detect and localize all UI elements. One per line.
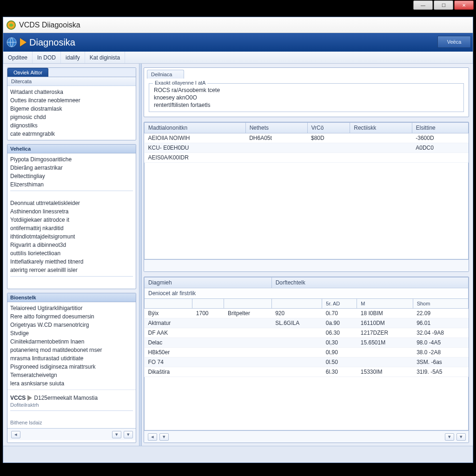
lower-status-left[interactable]: ◂ [148, 433, 157, 441]
detail-legend: Exaokt ollayenne I atA [153, 80, 207, 86]
list-item[interactable]: Outtes ilncrate neoblemneer [10, 96, 133, 105]
block-panel-list: Telaioreed UgtirarklihigartitiorRere ait… [7, 302, 136, 390]
window-minimize-button[interactable]: — [413, 0, 433, 10]
left-status-dropdown[interactable]: ▾ [112, 431, 121, 438]
list-item[interactable]: Origetryas W.CD marsenotrlcirg [10, 321, 133, 329]
list-item[interactable]: Piypota Dimgosoaritliche [10, 155, 133, 164]
window-title: VCDS Diiagooiska [19, 21, 80, 29]
column-header[interactable] [145, 298, 192, 308]
list-item[interactable]: Deonnuat uttrretaletiskleider [10, 199, 133, 207]
detail-tab[interactable]: Deilniaca [147, 70, 184, 79]
detail-line-0: ROCS ra/Arsoobemk tcete [154, 86, 459, 94]
list-item[interactable]: Elizersthiman [10, 180, 133, 189]
list-item[interactable]: ontifermattirj nkarditid [10, 224, 133, 232]
table-row[interactable]: AEIOIlA NOIWIHDH6A05t$80D-3600D [145, 133, 469, 143]
list-item[interactable]: lera asnksiarse suiuta [10, 379, 133, 388]
lower-grid-header-left: Diagmieh [145, 277, 272, 288]
upper-grid[interactable]: MadtialononitknNethetsVrCöRectiiskkElsit… [144, 122, 469, 163]
list-item[interactable]: Inttefiatkarely mietthed titnerd [10, 258, 133, 266]
lower-status-dropdown-l[interactable]: ▾ [159, 433, 169, 441]
table-row[interactable]: AktrnaturSL.6GILA0a.9016110DM96.01 [145, 318, 469, 328]
play-small-icon [27, 395, 32, 401]
ribbon-right-button[interactable]: Veëca [437, 36, 471, 48]
detail-line-1: knoesey aknO0O [154, 94, 459, 101]
detail-line-2: rentertIftilisten fortaetls [154, 101, 459, 109]
list-item[interactable]: Telaioreed Ugtirarklihigartitior [10, 304, 133, 312]
lower-status-dropdown-r2[interactable]: ▾ [456, 433, 466, 441]
brand-line: VCCS VCCS D125ermeekalt Mamostia D125erm… [10, 392, 133, 401]
list-item[interactable]: Ciniitekdarmentobetinm Inaen [10, 337, 133, 346]
list-item[interactable]: potanerierq mod matitdeobonet rnser [10, 346, 133, 354]
table-row[interactable]: HBk50er0l,9038.0 -2A8 [145, 347, 469, 357]
column-header[interactable] [224, 298, 271, 308]
left-status-left-chevron[interactable]: ◂ [11, 431, 20, 438]
table-row[interactable]: Dikaštira6l.3015330IM31I9. -5A5 [145, 367, 469, 377]
column-header[interactable]: Rectiiskk [350, 123, 412, 133]
table-row[interactable]: KCU- E0EH0DUA0DC0 [145, 143, 469, 153]
list-item[interactable]: Stvdige [10, 329, 133, 337]
brand-sub1: Dofiteilraktrh [10, 401, 133, 409]
table-row[interactable]: FO 740l.503SM. -6as [145, 357, 469, 367]
list-item[interactable]: Yotdiigiekaer atitrodce it [10, 216, 133, 224]
list-item[interactable]: Temseratcheivetgn [10, 371, 133, 379]
list-item[interactable]: Rigvarlrt a dibinneot3d [10, 241, 133, 249]
table-row[interactable]: DF AAK06.301217DZER32.04 -9A8 [145, 328, 469, 337]
window-maximize-button[interactable]: ☐ [434, 0, 453, 10]
ribbon-header: Diagnosika Veëca [3, 33, 473, 52]
column-header[interactable]: Shom [413, 298, 468, 308]
vehicle-panel-header: Vehelica [7, 145, 136, 153]
brand-sub2: Bithene lsdaiz [10, 419, 133, 426]
lower-grid-status: ◂ ▾ ▾ ▾ [144, 430, 469, 443]
column-header[interactable]: Nethets [245, 123, 307, 133]
lower-status-dropdown-r1[interactable]: ▾ [445, 433, 454, 441]
list-item[interactable]: diignostilks [10, 121, 133, 130]
list-item[interactable]: ithtindlotmtajdeitsigromunt [10, 232, 133, 241]
list-item[interactable]: mrasma lintturastad utidritiate [10, 354, 133, 363]
lower-grid-header-right: Dorftechtelk [271, 277, 468, 288]
list-item[interactable]: pigmosic chdd [10, 113, 133, 121]
list-item[interactable]: Wrtadant chatteroska [10, 88, 133, 96]
title-bar: VCDS Diiagooiska [3, 17, 473, 33]
column-header[interactable] [271, 298, 322, 308]
lower-grid-subheader: Deniocet alr firstrlik [145, 288, 469, 298]
list-item[interactable]: Rere aitto foingrmed doesumersin [10, 312, 133, 321]
table-row[interactable]: AEIS0A/K00IDR [145, 153, 469, 163]
window-close-button[interactable]: ✕ [454, 0, 474, 10]
list-item[interactable]: aterirtg rerroer aselnilll isler [10, 266, 133, 274]
column-header[interactable]: 5r. AD [322, 298, 357, 308]
footer-bar [3, 446, 473, 463]
menu-item-2[interactable]: idalify [61, 52, 85, 63]
upper-grid-status [144, 259, 469, 271]
table-row[interactable]: Delac0l,3015.6501M98.0 -4A5 [145, 337, 469, 347]
column-header[interactable]: Madtialononitkn [145, 123, 246, 133]
list-item[interactable]: Pisgroneed isdiginseza mirattrsurk [10, 363, 133, 371]
column-header[interactable]: M [357, 298, 413, 308]
detail-infobox: Exaokt ollayenne I atA ROCS ra/Arsoobemk… [149, 83, 464, 112]
block-panel-header: Bioenstelk [7, 293, 136, 302]
lower-grid[interactable]: Diagmieh Dorftechtelk Deniocet alr first… [144, 277, 469, 377]
ribbon-title: Diagnosika [29, 37, 75, 48]
list-item[interactable]: Deltecttingliay [10, 172, 133, 180]
menu-item-1[interactable]: In DOD [33, 52, 61, 63]
list-item[interactable]: Bigeme diostramlask [10, 105, 133, 113]
left-tabstrip: Oвviek Aittor [7, 68, 136, 77]
column-header[interactable] [192, 298, 224, 308]
table-row[interactable]: Býix1700Britpelter9200i.7018 I0BIM22.09 [145, 308, 469, 318]
left-tab-active[interactable]: Oвviek Aittor [7, 68, 48, 77]
globe-icon [6, 37, 17, 48]
column-header[interactable]: Elsittine [412, 123, 468, 133]
list-item[interactable]: Dbierăng aerrastrikar [10, 164, 133, 172]
brand-tail: D125ermeekalt Mamostia [34, 395, 98, 401]
left-panel-top-list: Wrtadant chatteroskaOuttes ilncrate neob… [7, 86, 136, 140]
list-item[interactable]: outtiIis liorietectlioan [10, 249, 133, 258]
column-header[interactable]: VrCö [307, 123, 350, 133]
play-icon [20, 38, 26, 46]
left-subheader: Ditercata [7, 77, 136, 86]
vehicle-panel-list: Piypota DimgosoaritlicheDbierăng aerrast… [7, 153, 136, 286]
list-item[interactable]: cate eatrmngrablk [10, 130, 133, 138]
menu-item-0[interactable]: Opditee [3, 52, 33, 63]
left-status-dropdown-2[interactable]: ▾ [124, 431, 133, 438]
menu-bar: Opditee In DOD idalify Kat diginista [3, 52, 473, 64]
menu-item-3[interactable]: Kat diginista [85, 52, 125, 63]
list-item[interactable]: Asthinendon linessretra [10, 207, 133, 216]
